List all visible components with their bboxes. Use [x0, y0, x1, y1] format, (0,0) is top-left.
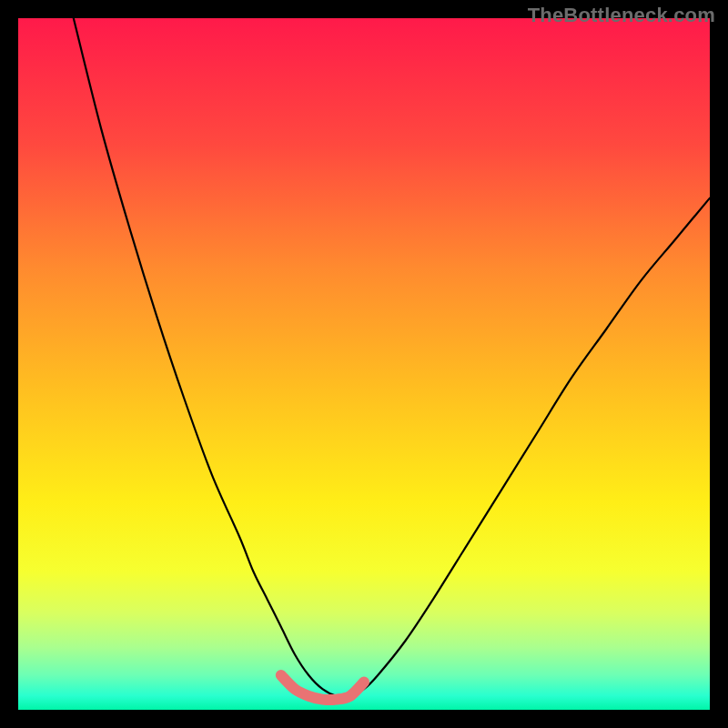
- chart-frame: [9, 9, 719, 719]
- watermark-text: TheBottleneck.com: [528, 4, 715, 27]
- bottleneck-chart: [18, 18, 710, 710]
- gradient-panel: [18, 18, 710, 710]
